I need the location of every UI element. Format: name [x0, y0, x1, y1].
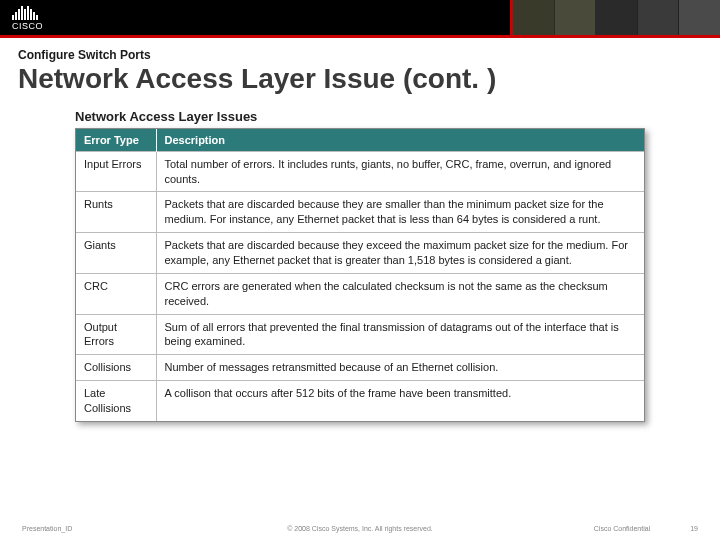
logo-bars-icon	[12, 6, 38, 20]
table-row: CRCCRC errors are generated when the cal…	[76, 273, 644, 314]
slide-title: Network Access Layer Issue (cont. )	[18, 64, 702, 95]
table-row: Input ErrorsTotal number of errors. It i…	[76, 151, 644, 192]
top-bar: CISCO	[0, 0, 720, 35]
cell-type: Late Collisions	[76, 381, 156, 421]
table-row: CollisionsNumber of messages retransmitt…	[76, 355, 644, 381]
cell-type: Runts	[76, 192, 156, 233]
cell-type: Input Errors	[76, 151, 156, 192]
cell-desc: Total number of errors. It includes runt…	[156, 151, 644, 192]
cell-type: Output Errors	[76, 314, 156, 355]
slide-content: Configure Switch Ports Network Access La…	[0, 38, 720, 422]
col-description: Description	[156, 129, 644, 152]
panel-title: Network Access Layer Issues	[75, 109, 645, 124]
cisco-logo: CISCO	[0, 4, 43, 31]
issues-panel: Error Type Description Input ErrorsTotal…	[75, 128, 645, 422]
table-row: GiantsPackets that are discarded because…	[76, 233, 644, 274]
footer-left: Presentation_ID	[22, 525, 72, 532]
cell-desc: A collison that occurs after 512 bits of…	[156, 381, 644, 421]
slide-kicker: Configure Switch Ports	[18, 48, 702, 62]
col-error-type: Error Type	[76, 129, 156, 152]
table-row: Late CollisionsA collison that occurs af…	[76, 381, 644, 421]
table-row: RuntsPackets that are discarded because …	[76, 192, 644, 233]
issues-table: Error Type Description Input ErrorsTotal…	[76, 129, 644, 421]
cell-desc: Sum of all errors that prevented the fin…	[156, 314, 644, 355]
cell-desc: Packets that are discarded because they …	[156, 192, 644, 233]
people-image-strip	[510, 0, 720, 35]
logo-text: CISCO	[12, 21, 43, 31]
table-row: Output ErrorsSum of all errors that prev…	[76, 314, 644, 355]
cell-desc: CRC errors are generated when the calcul…	[156, 273, 644, 314]
cell-desc: Packets that are discarded because they …	[156, 233, 644, 274]
slide-footer: Presentation_ID © 2008 Cisco Systems, In…	[0, 525, 720, 532]
cell-type: CRC	[76, 273, 156, 314]
footer-copyright: © 2008 Cisco Systems, Inc. All rights re…	[287, 525, 433, 532]
footer-page: 19	[690, 525, 698, 532]
cell-type: Collisions	[76, 355, 156, 381]
cell-desc: Number of messages retransmitted because…	[156, 355, 644, 381]
cell-type: Giants	[76, 233, 156, 274]
footer-confidential: Cisco Confidential	[594, 525, 650, 532]
